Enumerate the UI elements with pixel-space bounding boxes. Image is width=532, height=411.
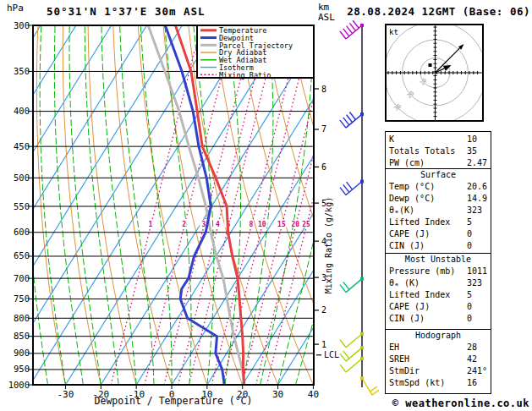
svg-text:8: 8 [321, 85, 326, 94]
metric-value: 20.6 [467, 181, 487, 193]
panel-title: Most Unstable [386, 254, 491, 266]
metric-label: CIN (J) [389, 314, 425, 323]
metric-value: 0 [467, 301, 472, 313]
metric-label: CIN (J) [389, 241, 425, 250]
metric-label: StmSpd (kt) [389, 378, 445, 387]
svg-text:10: 10 [258, 221, 266, 228]
metric-value: 0 [467, 240, 472, 252]
index-row: SREH42 [386, 353, 491, 365]
svg-text:30: 30 [272, 389, 283, 400]
metric-label: θₑ(K) [389, 206, 414, 215]
metric-label: CAPE (J) [389, 302, 430, 311]
metric-label: EH [389, 342, 399, 352]
panel-hodograph: HodographEH28SREH42StmDir241°StmSpd (kt)… [385, 329, 491, 394]
metric-label: K [389, 134, 394, 144]
index-row: Dewp (°C)14.9 [386, 193, 491, 205]
svg-text:4: 4 [216, 221, 220, 228]
metric-value: 10 [467, 134, 477, 145]
metric-value: 42 [467, 353, 477, 365]
index-row: Lifted Index5 [386, 289, 491, 301]
panel-most-unstable: Most UnstablePressure (mb)1011θₑ (K)323L… [385, 253, 491, 330]
metric-label: Dewp (°C) [389, 194, 435, 203]
svg-text:700: 700 [14, 273, 30, 283]
svg-text:-30: -30 [58, 389, 74, 400]
svg-text:kt: kt [389, 28, 398, 36]
svg-text:400: 400 [14, 106, 30, 116]
svg-text:950: 950 [14, 364, 30, 374]
svg-text:20: 20 [292, 221, 300, 228]
metric-label: Temp (°C) [389, 182, 435, 191]
index-row: K10 [386, 134, 491, 145]
panel-title: Surface [386, 169, 491, 181]
svg-text:1000: 1000 [8, 380, 30, 390]
svg-text:300: 300 [14, 20, 30, 30]
index-row: Lifted Index5 [386, 216, 491, 228]
metric-label: PW (cm) [389, 158, 425, 167]
metric-value: 323 [467, 205, 482, 216]
svg-text:25: 25 [302, 221, 310, 228]
index-row: Temp (°C)20.6 [386, 181, 491, 193]
metric-label: Lifted Index [389, 290, 450, 299]
metric-value: 5 [467, 216, 472, 228]
metric-label: Pressure (mb) [389, 266, 455, 276]
panel-title: Hodograph [386, 330, 491, 342]
svg-text:850: 850 [14, 331, 30, 341]
svg-text:40: 40 [308, 389, 319, 400]
hodograph: 102030kt [385, 24, 484, 122]
svg-text:550: 550 [14, 201, 30, 211]
index-row: CIN (J)0 [386, 313, 491, 325]
svg-text:800: 800 [14, 313, 30, 323]
metric-label: StmDir [389, 366, 420, 375]
index-row: θₑ(K)323 [386, 205, 491, 216]
index-row: θₑ (K)323 [386, 277, 491, 289]
metric-value: 323 [467, 277, 482, 289]
svg-text:Dewpoint / Temperature (°C): Dewpoint / Temperature (°C) [95, 395, 253, 407]
metric-value: 16 [467, 377, 477, 389]
metric-value: 14.9 [467, 193, 487, 205]
index-row: Totals Totals35 [386, 145, 491, 157]
skewt-sounding-app: hPa 50°31'N 1°37'E 30m ASL km ASL 28.08.… [0, 0, 532, 411]
svg-text:350: 350 [14, 66, 30, 76]
svg-text:900: 900 [14, 348, 30, 358]
metric-value: 28 [467, 342, 477, 353]
metric-value: 1011 [467, 266, 487, 277]
index-row: CAPE (J)0 [386, 228, 491, 240]
metric-value: 2.47 [467, 157, 487, 169]
svg-text:3: 3 [201, 221, 206, 228]
svg-text:Mixing Ratio (g/kg): Mixing Ratio (g/kg) [324, 197, 333, 293]
index-row: Pressure (mb)1011 [386, 266, 491, 277]
svg-text:15: 15 [277, 221, 286, 228]
metric-value: 0 [467, 228, 472, 240]
metric-value: 241° [467, 365, 487, 377]
svg-text:1: 1 [321, 340, 326, 349]
svg-text:7: 7 [321, 124, 326, 134]
metric-label: Lifted Index [389, 217, 450, 227]
svg-text:LCL: LCL [324, 350, 339, 359]
metric-label: Totals Totals [389, 146, 455, 156]
copyright: © weatheronline.co.uk [392, 397, 529, 409]
panel-surface: SurfaceTemp (°C)20.6Dewp (°C)14.9θₑ(K)32… [385, 168, 491, 254]
svg-text:8: 8 [250, 221, 254, 228]
metric-label: θₑ (K) [389, 278, 420, 288]
svg-text:650: 650 [14, 250, 30, 260]
svg-text:750: 750 [14, 293, 30, 304]
index-row: StmSpd (kt)16 [386, 377, 491, 389]
panel-indices: K10Totals Totals35PW (cm)2.47 [385, 131, 491, 169]
svg-text:1: 1 [149, 221, 153, 228]
svg-text:2: 2 [182, 221, 186, 228]
svg-text:600: 600 [14, 227, 30, 237]
index-row: EH28 [386, 342, 491, 353]
svg-text:2: 2 [321, 305, 326, 315]
metric-value: 35 [467, 145, 477, 157]
svg-text:6: 6 [321, 162, 326, 172]
svg-text:450: 450 [14, 141, 30, 151]
index-row: StmDir241° [386, 365, 491, 377]
svg-text:500: 500 [14, 173, 30, 183]
index-row: CIN (J)0 [386, 240, 491, 252]
metric-value: 5 [467, 289, 472, 301]
metric-value: 0 [467, 313, 472, 325]
index-row: CAPE (J)0 [386, 301, 491, 313]
metric-label: CAPE (J) [389, 229, 430, 238]
metric-label: SREH [389, 354, 409, 364]
index-row: PW (cm)2.47 [386, 157, 491, 169]
